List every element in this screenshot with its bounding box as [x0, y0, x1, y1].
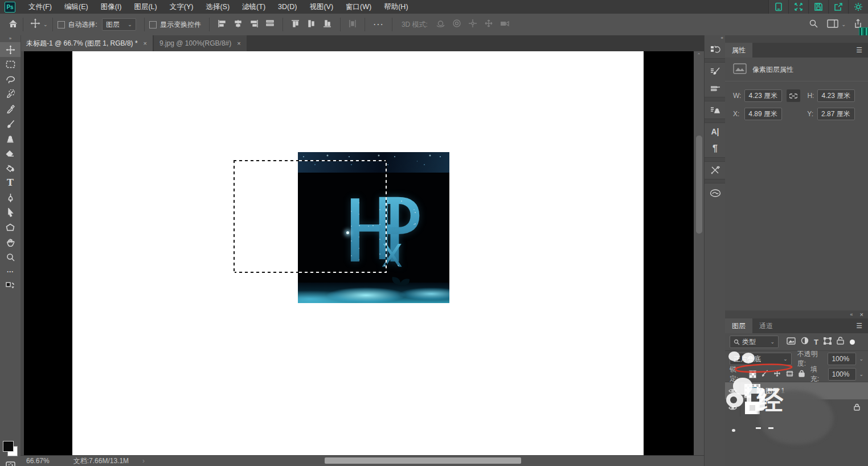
eye-icon[interactable]	[725, 382, 740, 399]
align-center-h-icon[interactable]	[234, 19, 243, 30]
camera-3d-icon[interactable]	[500, 19, 510, 30]
type-filter-icon[interactable]: T	[814, 338, 818, 346]
eyedropper-tool[interactable]	[0, 101, 21, 116]
close-tab-icon[interactable]: ×	[144, 40, 147, 47]
width-field[interactable]: 4.23 厘米	[744, 89, 782, 102]
menu-view[interactable]: 视图(V)	[303, 0, 339, 14]
align-middle-icon[interactable]	[307, 19, 316, 30]
menu-select[interactable]: 选择(S)	[199, 0, 236, 14]
panel-collapse-icon[interactable]: «	[850, 312, 853, 317]
menu-filter[interactable]: 滤镜(T)	[236, 0, 272, 14]
clone-stamp-tool[interactable]	[0, 131, 21, 146]
lock-artboard-icon[interactable]	[786, 369, 793, 379]
layer-row-background[interactable]	[725, 399, 868, 416]
move-tool-icon[interactable]	[30, 18, 40, 31]
quick-select-tool[interactable]	[0, 87, 21, 101]
menu-3d[interactable]: 3D(D)	[272, 0, 303, 14]
search-icon[interactable]	[809, 19, 818, 30]
orbit-3d-icon[interactable]	[436, 19, 445, 30]
opacity-dropdown-icon[interactable]: ⌄	[859, 356, 863, 362]
toolbar-ellipsis[interactable]: ···	[0, 264, 21, 279]
layers-menu-icon[interactable]: ☰	[856, 325, 862, 328]
layer-row-1[interactable]: 图层 1	[725, 382, 868, 399]
auto-select-checkbox[interactable]	[58, 21, 65, 28]
pen-tool[interactable]	[0, 190, 21, 205]
x-field[interactable]: 4.89 厘米	[744, 108, 782, 120]
canvas-area[interactable]: H P X ⌃	[21, 51, 704, 456]
creative-cloud-icon[interactable]	[705, 183, 726, 203]
document-canvas[interactable]: H P X	[72, 51, 644, 456]
panel-close-icon[interactable]: ×	[860, 311, 863, 318]
vertical-scrollbar-thumb[interactable]	[696, 136, 702, 234]
menu-file[interactable]: 文件(F)	[22, 0, 58, 14]
brushes-icon[interactable]	[705, 80, 726, 97]
tab-channels[interactable]: 通道	[752, 318, 780, 333]
roll-3d-icon[interactable]	[452, 19, 461, 30]
export-icon[interactable]	[828, 0, 848, 14]
tab-properties[interactable]: 属性	[725, 43, 752, 58]
eye-icon[interactable]	[725, 399, 740, 416]
menu-edit[interactable]: 编辑(E)	[58, 0, 95, 14]
fill-dropdown-icon[interactable]: ⌄	[859, 371, 863, 377]
menu-window[interactable]: 窗口(W)	[339, 0, 378, 14]
move-tool-dropdown[interactable]: ⌄	[43, 22, 48, 27]
fill-field[interactable]: 100%	[828, 368, 857, 381]
align-left-icon[interactable]	[218, 19, 227, 30]
pan-3d-icon[interactable]	[468, 19, 477, 30]
lasso-tool[interactable]	[0, 72, 21, 87]
foreground-background-colors[interactable]	[3, 441, 18, 456]
ellipsis-icon[interactable]: ···	[373, 19, 384, 30]
rect-marquee-tool[interactable]	[0, 57, 21, 72]
lock-paint-icon[interactable]	[761, 369, 768, 379]
character-icon[interactable]: A|	[705, 123, 726, 140]
type-tool[interactable]: T	[0, 175, 21, 190]
distribute-icon[interactable]	[349, 19, 357, 30]
brush-settings-icon[interactable]	[705, 63, 726, 80]
paragraph-icon[interactable]: ¶	[705, 140, 726, 157]
opacity-field[interactable]: 100%	[828, 353, 856, 365]
history-icon[interactable]	[705, 41, 726, 58]
layer-thumbnail[interactable]	[745, 385, 760, 397]
shape-filter-icon[interactable]	[824, 337, 832, 347]
link-dimensions-icon[interactable]	[787, 89, 800, 102]
slide-3d-icon[interactable]	[484, 19, 493, 30]
tablet-icon[interactable]	[768, 0, 788, 14]
save-icon[interactable]	[808, 0, 828, 14]
clone-source-icon[interactable]	[705, 101, 726, 118]
hand-tool[interactable]	[0, 235, 21, 250]
align-bottom-icon[interactable]	[323, 19, 332, 30]
auto-select-dropdown[interactable]: 图层⌄	[102, 18, 136, 31]
align-justify-icon[interactable]	[265, 19, 275, 30]
tab-layers[interactable]: 图层	[725, 318, 752, 333]
status-chevron-icon[interactable]: ›	[142, 457, 145, 465]
tool-presets-icon[interactable]	[705, 162, 726, 179]
zoom-tool[interactable]	[0, 250, 21, 264]
menu-layer[interactable]: 图层(L)	[128, 0, 163, 14]
gear-icon[interactable]	[848, 0, 868, 14]
home-icon[interactable]	[8, 19, 18, 31]
horizontal-scrollbar-thumb[interactable]	[325, 457, 521, 464]
menu-type[interactable]: 文字(Y)	[163, 0, 200, 14]
toolbar-collapse-icon[interactable]: »	[0, 35, 21, 42]
lock-move-icon[interactable]	[773, 369, 781, 379]
placed-image[interactable]: H P X	[298, 152, 449, 303]
filter-toggle-dot[interactable]	[850, 340, 855, 345]
quick-mask-icon[interactable]	[0, 458, 21, 466]
vertical-scrollbar[interactable]: ⌃	[694, 51, 704, 456]
workspace-dropdown[interactable]: ⌄	[841, 22, 846, 27]
expand-icon[interactable]	[788, 0, 808, 14]
eraser-tool[interactable]	[0, 146, 21, 161]
close-tab-icon[interactable]: ×	[237, 40, 240, 47]
zoom-level[interactable]: 66.67%	[26, 457, 50, 465]
paint-bucket-tool[interactable]	[0, 161, 21, 175]
smart-filter-icon[interactable]	[837, 337, 844, 347]
show-transform-checkbox[interactable]	[149, 21, 157, 28]
dock-collapse-icon[interactable]: «	[705, 35, 726, 41]
scroll-up-icon[interactable]: ⌃	[694, 51, 704, 59]
properties-menu-icon[interactable]: ☰	[856, 49, 862, 52]
lock-all-icon[interactable]	[799, 369, 805, 379]
swap-colors-icon[interactable]	[0, 279, 21, 292]
menu-help[interactable]: 帮助(H)	[378, 0, 414, 14]
move-tool[interactable]	[0, 42, 21, 57]
y-field[interactable]: 2.87 厘米	[817, 108, 855, 120]
